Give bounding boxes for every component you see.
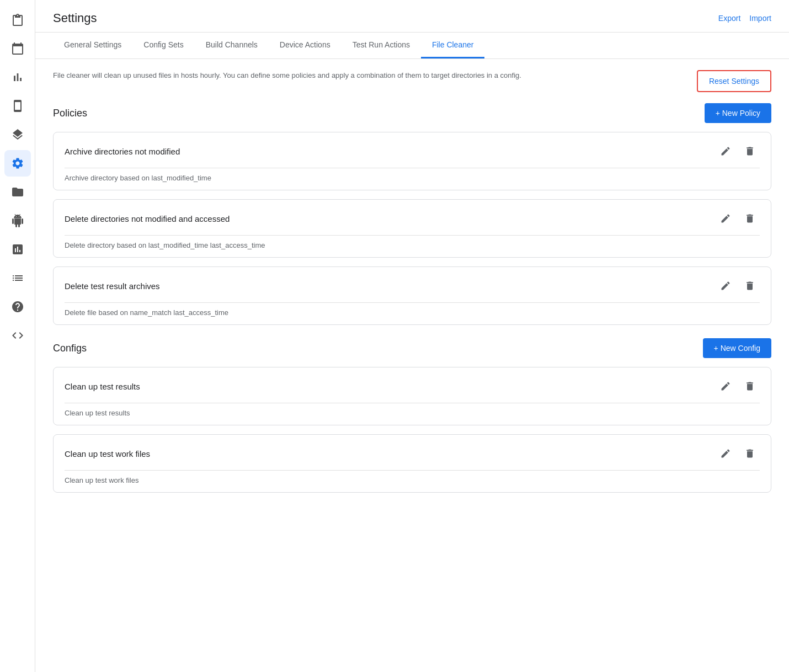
config-card-0-edit-button[interactable] <box>716 376 735 396</box>
sidebar-item-help[interactable] <box>4 294 31 320</box>
sidebar-item-clipboard[interactable] <box>4 7 31 33</box>
policy-card-1-delete-button[interactable] <box>740 209 760 228</box>
policy-card-1-header: Delete directories not modified and acce… <box>54 200 771 235</box>
tab-device-actions[interactable]: Device Actions <box>269 33 342 58</box>
sidebar-item-android[interactable] <box>4 207 31 234</box>
sidebar-item-list[interactable] <box>4 265 31 291</box>
config-card-1-header: Clean up test work files <box>54 435 771 470</box>
sidebar-item-calendar[interactable] <box>4 35 31 62</box>
config-card-1-edit-button[interactable] <box>716 444 735 463</box>
tab-build-channels[interactable]: Build Channels <box>195 33 269 58</box>
policies-title: Policies <box>53 108 87 119</box>
config-card-1-subtitle: Clean up test work files <box>54 471 771 492</box>
policy-card-2-title: Delete test result archives <box>65 281 160 291</box>
config-card-0-actions <box>716 376 760 396</box>
configs-title: Configs <box>53 343 87 354</box>
sidebar-item-layers[interactable] <box>4 121 31 148</box>
config-card-1: Clean up test work files Clean up test w… <box>53 434 771 493</box>
sidebar-item-analytics[interactable] <box>4 236 31 263</box>
reset-settings-button[interactable]: Reset Settings <box>697 70 771 92</box>
tab-test-run-actions[interactable]: Test Run Actions <box>342 33 421 58</box>
config-card-0-delete-button[interactable] <box>740 376 760 396</box>
config-card-0: Clean up test results Clean up test resu… <box>53 367 771 425</box>
config-card-1-delete-button[interactable] <box>740 444 760 463</box>
tab-bar: General Settings Config Sets Build Chann… <box>35 33 789 59</box>
sidebar-item-chart[interactable] <box>4 64 31 90</box>
page-title: Settings <box>53 11 97 25</box>
policy-card-2-header: Delete test result archives <box>54 267 771 302</box>
page-header: Settings Export Import <box>35 0 789 33</box>
sidebar-item-settings[interactable] <box>4 150 31 177</box>
new-config-button[interactable]: + New Config <box>703 338 771 358</box>
sidebar-item-code[interactable] <box>4 322 31 349</box>
policy-card-0-title: Archive directories not modified <box>65 147 180 156</box>
main-content: Settings Export Import General Settings … <box>35 0 789 672</box>
policy-card-2-subtitle: Delete file based on name_match last_acc… <box>54 303 771 324</box>
config-card-1-actions <box>716 444 760 463</box>
config-card-0-title: Clean up test results <box>65 382 140 391</box>
tab-general-settings[interactable]: General Settings <box>53 33 132 58</box>
sidebar <box>0 0 35 672</box>
policy-card-0-edit-button[interactable] <box>716 141 735 161</box>
policy-card-2-actions <box>716 276 760 296</box>
policy-card-1-edit-button[interactable] <box>716 209 735 228</box>
policy-card-2: Delete test result archives Delete file … <box>53 266 771 325</box>
page-description: File cleaner will clean up unused files … <box>53 70 521 81</box>
policy-card-1-subtitle: Delete directory based on last_modified_… <box>54 236 771 257</box>
configs-section-header: Configs + New Config <box>53 338 771 358</box>
config-card-1-title: Clean up test work files <box>65 449 150 458</box>
policy-card-2-delete-button[interactable] <box>740 276 760 296</box>
page-content: File cleaner will clean up unused files … <box>35 59 789 672</box>
policy-card-1-actions <box>716 209 760 228</box>
policy-card-0-header: Archive directories not modified <box>54 132 771 168</box>
policy-card-1: Delete directories not modified and acce… <box>53 199 771 258</box>
policy-card-0-actions <box>716 141 760 161</box>
policy-card-1-title: Delete directories not modified and acce… <box>65 214 230 223</box>
sidebar-item-device[interactable] <box>4 93 31 119</box>
config-card-0-subtitle: Clean up test results <box>54 403 771 425</box>
header-actions: Export Import <box>718 14 771 23</box>
export-link[interactable]: Export <box>718 14 740 23</box>
policy-card-2-edit-button[interactable] <box>716 276 735 296</box>
sidebar-item-folder[interactable] <box>4 179 31 205</box>
tab-config-sets[interactable]: Config Sets <box>132 33 194 58</box>
config-card-0-header: Clean up test results <box>54 367 771 403</box>
policies-section-header: Policies + New Policy <box>53 103 771 123</box>
policy-card-0-delete-button[interactable] <box>740 141 760 161</box>
policy-card-0-subtitle: Archive directory based on last_modified… <box>54 168 771 190</box>
new-policy-button[interactable]: + New Policy <box>705 103 771 123</box>
policy-card-0: Archive directories not modified Archive… <box>53 132 771 190</box>
import-link[interactable]: Import <box>749 14 771 23</box>
tab-file-cleaner[interactable]: File Cleaner <box>421 33 484 58</box>
